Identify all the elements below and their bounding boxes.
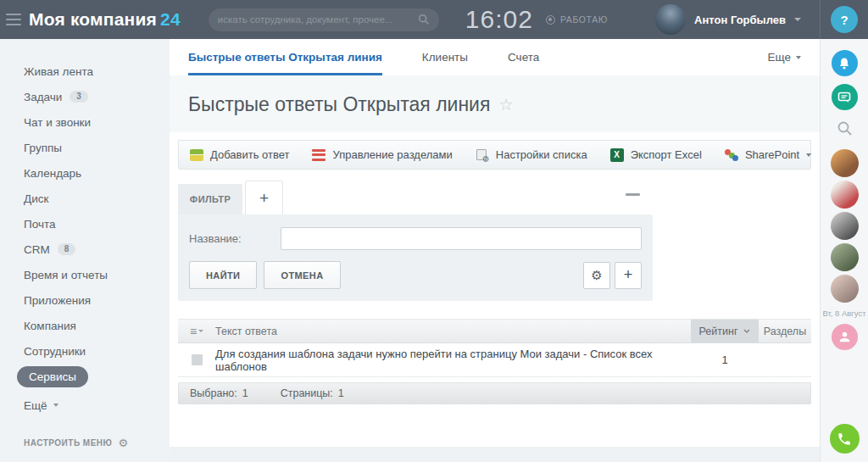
sidebar-item-applications[interactable]: Приложения xyxy=(0,287,170,313)
table-menu-button[interactable]: ≡ xyxy=(178,320,215,342)
favorite-star-icon[interactable]: ☆ xyxy=(498,97,513,113)
title-band: Быстрые ответы Открытая линия ☆ xyxy=(170,75,820,132)
export-excel-button[interactable]: X Экспорт Excel xyxy=(610,148,702,162)
sidebar-item-label: Календарь xyxy=(24,167,81,180)
user-menu[interactable]: Антон Горбылев xyxy=(655,4,801,35)
filter-add-field-button[interactable]: + xyxy=(615,262,642,289)
table-footer: Выбрано: 1 Страницы: 1 xyxy=(178,382,811,404)
recent-contact-avatar[interactable] xyxy=(831,181,859,209)
crm-count-badge: 8 xyxy=(58,243,76,255)
column-header-rating[interactable]: Рейтинг xyxy=(691,320,759,342)
sidebar-item-label: Чат и звонки xyxy=(24,116,91,129)
table-row[interactable]: Для создания шаблона задачи нужно перейт… xyxy=(178,343,811,377)
sidebar-item-mail[interactable]: Почта xyxy=(0,211,170,237)
search-input[interactable] xyxy=(218,14,418,25)
filter-body: Название: НАЙТИ ОТМЕНА ⚙ + xyxy=(178,214,653,301)
column-label: Рейтинг xyxy=(699,326,738,337)
search-icon xyxy=(837,120,853,136)
sidebar-item-services[interactable]: Сервисы xyxy=(0,364,170,389)
filter-tab[interactable]: ФИЛЬТР xyxy=(178,184,242,214)
rail-date-label: Вт, 8 Август xyxy=(822,309,865,318)
sidebar-item-groups[interactable]: Группы xyxy=(0,135,170,160)
sharepoint-button[interactable]: SharePoint xyxy=(725,148,811,162)
find-button[interactable]: НАЙТИ xyxy=(189,261,257,289)
sidebar-item-label: CRM xyxy=(24,243,50,256)
toolbar-button-label: Добавить ответ xyxy=(210,148,289,161)
sidebar-item-employees[interactable]: Сотрудники xyxy=(0,338,170,364)
messenger-button[interactable] xyxy=(832,84,858,110)
column-header-sections[interactable]: Разделы xyxy=(759,320,811,342)
recent-contact-avatar[interactable] xyxy=(831,212,859,240)
filter-tabs: ФИЛЬТР + xyxy=(178,184,653,214)
selected-label: Выбрано: xyxy=(190,387,237,399)
help-button[interactable]: ? xyxy=(831,6,858,33)
sidebar-item-drive[interactable]: Диск xyxy=(0,186,170,211)
left-sidebar: Живая лента Задачи3 Чат и звонки Группы … xyxy=(0,39,170,462)
column-label: Текст ответа xyxy=(215,326,277,337)
configure-menu-button[interactable]: НАСТРОИТЬ МЕНЮ ⚙ xyxy=(24,437,129,448)
status-icon xyxy=(546,15,555,25)
filter-settings-button[interactable]: ⚙ xyxy=(583,262,610,289)
sidebar-item-label: Компания xyxy=(24,320,76,332)
tab-invoices[interactable]: Счета xyxy=(508,39,539,75)
excel-icon: X xyxy=(610,148,624,162)
tab-quick-answers[interactable]: Быстрые ответы Открытая линия xyxy=(188,39,382,75)
app-logo[interactable]: Моя компания24 xyxy=(29,9,181,30)
toolbar-button-label: Экспорт Excel xyxy=(631,148,702,161)
global-search[interactable] xyxy=(209,8,439,31)
chat-icon xyxy=(837,91,851,104)
work-status[interactable]: РАБОТАЮ xyxy=(546,14,608,25)
tab-clients[interactable]: Клиенты xyxy=(422,39,468,75)
sidebar-item-live-feed[interactable]: Живая лента xyxy=(0,58,170,84)
page-title: Быстрые ответы Открытая линия xyxy=(188,93,490,116)
notifications-button[interactable] xyxy=(832,50,858,76)
selected-value: 1 xyxy=(242,387,248,399)
pages-label: Страницы: xyxy=(281,387,333,399)
chevron-down-icon xyxy=(794,18,801,21)
add-filter-tab-button[interactable]: + xyxy=(245,181,283,214)
clock[interactable]: 16:02 xyxy=(465,5,533,34)
list-settings-button[interactable]: ⚙ Настройки списка xyxy=(476,148,587,162)
content-tabbar: Быстрые ответы Открытая линия Клиенты Сч… xyxy=(170,39,820,75)
menu-icon[interactable] xyxy=(6,14,21,25)
content-panel: Быстрые ответы Открытая линия Клиенты Сч… xyxy=(170,39,820,447)
sidebar-item-label: Сервисы xyxy=(17,366,88,387)
recent-contact-avatar[interactable] xyxy=(831,275,859,303)
sidebar-item-tasks[interactable]: Задачи3 xyxy=(0,84,170,109)
invite-user-button[interactable] xyxy=(832,324,858,350)
bell-icon xyxy=(837,57,851,70)
list-menu-icon: ≡ xyxy=(190,326,197,337)
sidebar-item-time-reports[interactable]: Время и отчеты xyxy=(0,262,170,287)
add-answer-button[interactable]: Добавить ответ xyxy=(190,148,289,162)
avatar xyxy=(655,4,686,35)
rating-cell: 1 xyxy=(691,353,759,366)
tabs-more-button[interactable]: Еще xyxy=(768,39,801,75)
sidebar-item-calendar[interactable]: Календарь xyxy=(0,160,170,186)
pages-value[interactable]: 1 xyxy=(338,387,344,399)
row-checkbox[interactable] xyxy=(192,354,203,365)
user-name: Антон Горбылев xyxy=(694,14,786,26)
manage-sections-button[interactable]: Управление разделами xyxy=(312,148,452,162)
sharepoint-icon xyxy=(725,148,738,162)
tab-label: Быстрые ответы Открытая линия xyxy=(188,51,382,64)
tabs-more-label: Еще xyxy=(768,51,791,64)
recent-contact-avatar[interactable] xyxy=(831,243,859,271)
sidebar-item-more[interactable]: Ещё xyxy=(0,392,170,418)
chevron-down-icon xyxy=(53,404,58,407)
sidebar-item-chat-calls[interactable]: Чат и звонки xyxy=(0,109,170,135)
cancel-button[interactable]: ОТМЕНА xyxy=(264,261,340,289)
sidebar-item-label: Задачи xyxy=(24,91,62,103)
sidebar-item-label: Группы xyxy=(24,142,62,154)
toolbar-button-label: SharePoint xyxy=(745,148,799,161)
sidebar-item-crm[interactable]: CRM8 xyxy=(0,237,170,262)
rail-search-button[interactable] xyxy=(837,120,853,140)
sidebar-item-label: Живая лента xyxy=(24,65,93,78)
person-icon xyxy=(837,330,852,344)
gear-icon: ⚙ xyxy=(591,268,602,283)
filter-name-input[interactable] xyxy=(281,227,642,250)
column-header-text[interactable]: Текст ответа xyxy=(215,320,691,342)
call-button[interactable] xyxy=(830,424,860,454)
collapse-filter-icon[interactable] xyxy=(626,193,640,196)
recent-contact-avatar[interactable] xyxy=(831,149,859,177)
sidebar-item-company[interactable]: Компания xyxy=(0,313,170,338)
